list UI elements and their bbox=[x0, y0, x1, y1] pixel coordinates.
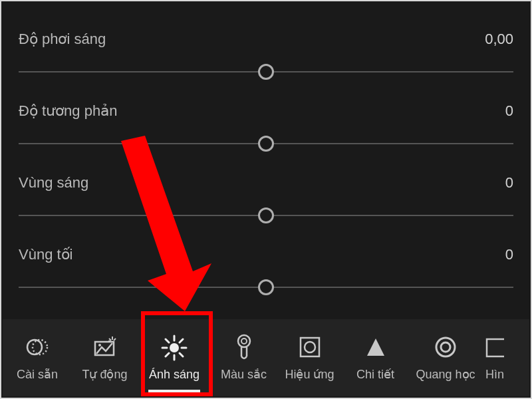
presets-icon bbox=[24, 334, 51, 360]
tab-presets[interactable]: Cài sẵn bbox=[3, 319, 72, 396]
svg-point-24 bbox=[436, 338, 455, 356]
auto-icon bbox=[92, 334, 118, 360]
slider-thumb[interactable] bbox=[258, 64, 274, 80]
tab-geometry[interactable]: Hìn bbox=[483, 319, 509, 396]
tab-auto[interactable]: Tự động bbox=[72, 319, 138, 396]
slider-thumb[interactable] bbox=[258, 279, 274, 295]
tab-label: Hìn bbox=[485, 368, 504, 382]
tab-detail[interactable]: Chi tiết bbox=[342, 319, 408, 396]
svg-point-0 bbox=[27, 340, 42, 354]
svg-point-8 bbox=[170, 343, 179, 352]
slider-shadows: Vùng tối 0 bbox=[19, 223, 513, 295]
slider-label: Độ phơi sáng bbox=[19, 31, 106, 48]
slider-label: Vùng tối bbox=[19, 246, 73, 263]
color-icon bbox=[231, 334, 257, 360]
slider-track[interactable] bbox=[19, 279, 513, 295]
svg-point-25 bbox=[441, 342, 450, 352]
svg-line-15 bbox=[166, 353, 169, 356]
svg-line-16 bbox=[180, 339, 183, 342]
svg-line-13 bbox=[166, 339, 169, 342]
tab-label: Chi tiết bbox=[356, 367, 394, 382]
tab-color[interactable]: Màu sắc bbox=[211, 319, 277, 396]
svg-point-3 bbox=[98, 344, 101, 346]
active-tab-underline bbox=[148, 390, 200, 392]
svg-rect-21 bbox=[301, 338, 319, 356]
slider-label: Vùng sáng bbox=[19, 174, 88, 192]
tab-label: Ánh sáng bbox=[149, 368, 200, 382]
effects-icon bbox=[297, 334, 323, 360]
slider-highlights: Vùng sáng 0 bbox=[19, 152, 513, 223]
svg-rect-26 bbox=[487, 339, 504, 356]
svg-marker-23 bbox=[367, 338, 384, 356]
slider-track[interactable] bbox=[19, 207, 513, 223]
detail-icon bbox=[362, 334, 389, 360]
svg-line-6 bbox=[109, 338, 111, 340]
bottom-toolbar: Cài sẵn Tự động bbox=[3, 319, 529, 396]
svg-point-18 bbox=[241, 338, 247, 344]
slider-value: 0 bbox=[505, 174, 513, 192]
optics-icon bbox=[432, 334, 459, 360]
tab-effects[interactable]: Hiệu ứng bbox=[277, 319, 342, 396]
slider-value: 0 bbox=[505, 102, 513, 120]
geometry-icon bbox=[485, 334, 504, 361]
tab-optics[interactable]: Quang học bbox=[408, 319, 483, 396]
tab-label: Cài sẵn bbox=[17, 367, 58, 382]
slider-thumb[interactable] bbox=[258, 207, 274, 223]
tab-light[interactable]: Ánh sáng bbox=[138, 319, 211, 396]
svg-line-14 bbox=[180, 353, 183, 356]
slider-contrast: Độ tương phản 0 bbox=[19, 80, 513, 152]
svg-point-22 bbox=[305, 342, 315, 352]
tab-label: Tự động bbox=[82, 367, 127, 382]
slider-track[interactable] bbox=[19, 64, 513, 80]
slider-track[interactable] bbox=[19, 136, 513, 152]
svg-point-17 bbox=[238, 335, 250, 347]
slider-value: 0,00 bbox=[485, 31, 513, 48]
light-icon bbox=[161, 334, 188, 361]
slider-exposure: Độ phơi sáng 0,00 bbox=[19, 8, 513, 80]
tab-label: Hiệu ứng bbox=[285, 367, 334, 382]
tab-label: Màu sắc bbox=[221, 367, 267, 382]
tab-label: Quang học bbox=[416, 367, 475, 382]
slider-label: Độ tương phản bbox=[19, 102, 117, 120]
slider-value: 0 bbox=[505, 246, 513, 263]
sliders-panel: Độ phơi sáng 0,00 Độ tương phản 0 Vùng s… bbox=[1, 1, 531, 295]
svg-line-5 bbox=[114, 338, 116, 340]
slider-thumb[interactable] bbox=[258, 136, 274, 152]
